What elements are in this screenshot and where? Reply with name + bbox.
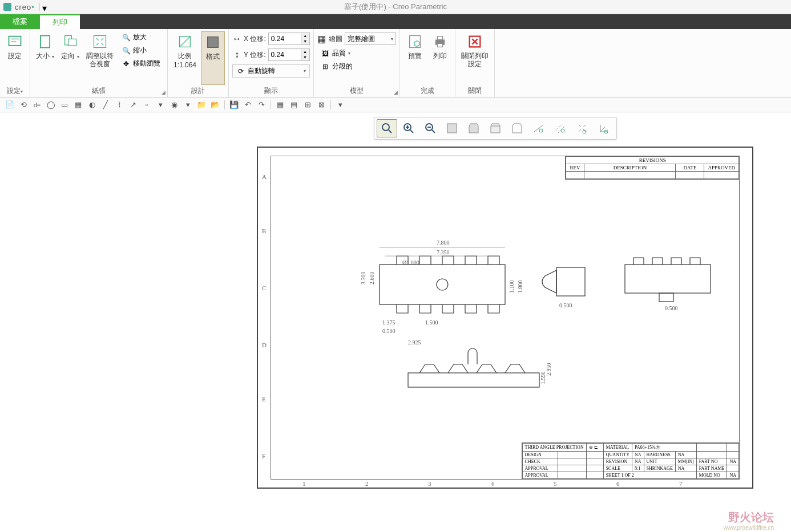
zoom-window-button[interactable]: [377, 119, 397, 137]
x-offset-spinner[interactable]: ▲▼: [268, 33, 310, 45]
tab-corner-icon[interactable]: ▾: [39, 3, 47, 11]
qt-d[interactable]: d=: [31, 99, 43, 111]
zoom-in-tool[interactable]: [398, 119, 419, 137]
zoom-out-tool[interactable]: [420, 119, 441, 137]
rotate-icon: ⟳: [236, 67, 245, 76]
format-button[interactable]: 格式: [201, 31, 225, 85]
x-up[interactable]: ▲: [301, 33, 309, 39]
segment-icon: ⊞: [321, 62, 330, 71]
qt-open[interactable]: 📂: [209, 99, 221, 111]
qt-more2[interactable]: ▾: [181, 99, 194, 111]
fit-window-button[interactable]: 調整以符 合視窗: [84, 31, 116, 85]
printer-icon: [431, 33, 449, 51]
zone-a: A: [262, 173, 267, 180]
qt-circle2[interactable]: ◉: [168, 99, 180, 111]
scale-icon: [176, 33, 194, 51]
fit-icon: [91, 33, 109, 51]
zoom-out-icon: 🔍: [122, 46, 131, 55]
qt-line[interactable]: ╱: [99, 99, 112, 111]
qt-erase[interactable]: ◐: [86, 99, 98, 111]
shade2[interactable]: [463, 119, 484, 137]
zone-b: B: [262, 228, 266, 234]
svg-text:Ø1.000: Ø1.000: [402, 259, 419, 266]
qt-new[interactable]: 📄: [3, 99, 16, 111]
drawing-canvas[interactable]: A B C D E F 1 2 3 4 5 6 7 REVISIONS REV.…: [0, 112, 791, 532]
zone-4: 4: [491, 480, 494, 487]
svg-point-22: [437, 279, 448, 290]
y-offset-spinner[interactable]: ▲▼: [268, 48, 310, 61]
qt-circle1[interactable]: ◯: [45, 99, 57, 111]
zone-d: D: [262, 342, 267, 348]
qt-folder[interactable]: 📁: [195, 99, 208, 111]
view-axis[interactable]: [550, 119, 571, 137]
ribbon-panel: 設定 設定▾ 大小 ▾ 定向 ▾ 調整以符 合視窗 🔍放大 🔍縮小 ✥移動瀏覽: [0, 29, 791, 98]
settings-icon: [6, 33, 24, 51]
model-dialog-launcher[interactable]: ◢: [394, 90, 398, 95]
view-toolbar: [374, 117, 617, 140]
qt-drop[interactable]: ▾: [334, 99, 346, 111]
qt-redo[interactable]: ↷: [255, 99, 268, 111]
format-icon: [204, 33, 222, 51]
print-button[interactable]: 列印: [429, 31, 451, 85]
revision-block: REVISIONS REV.DESCRIPTIONDATEAPPROVED: [565, 156, 739, 180]
preview-button[interactable]: 預覽: [403, 31, 426, 85]
watermark-url: www.proewildfire.cn: [724, 525, 774, 531]
view-csys[interactable]: [594, 119, 614, 137]
y-down[interactable]: ▼: [301, 55, 309, 60]
pan-button[interactable]: ✥移動瀏覽: [118, 58, 164, 70]
group-model: ▦ 繪圖 完整繪圖▾ 🖼品質 ▾ ⊞分段的 模型 ◢: [314, 29, 400, 97]
svg-rect-11: [437, 44, 442, 47]
zoom-out-button[interactable]: 🔍縮小: [118, 44, 164, 56]
zone-5: 5: [554, 480, 557, 487]
shade4[interactable]: [507, 119, 527, 137]
y-offset-input[interactable]: [269, 51, 301, 59]
view-plane[interactable]: [528, 119, 549, 137]
shade3[interactable]: [485, 119, 506, 137]
zoom-in-icon: 🔍: [122, 33, 131, 42]
shade1[interactable]: [442, 119, 462, 137]
draw-combo[interactable]: 完整繪圖▾: [345, 33, 396, 45]
close-print-button[interactable]: 關閉列印 設定: [459, 31, 491, 85]
paper-dialog-launcher[interactable]: ◢: [162, 90, 166, 95]
svg-rect-21: [380, 265, 505, 304]
qt-win[interactable]: ⊞: [301, 99, 314, 111]
auto-rotate-button[interactable]: ⟳自動旋轉▾: [232, 64, 310, 78]
qt-grid2[interactable]: ▤: [288, 99, 300, 111]
orientation-button[interactable]: 定向 ▾: [59, 31, 82, 85]
quality-button[interactable]: 🖼品質 ▾: [317, 47, 396, 59]
svg-text:7.800: 7.800: [437, 239, 450, 246]
qt-grid1[interactable]: ▦: [274, 99, 286, 111]
tab-print[interactable]: 列印: [40, 14, 80, 29]
svg-rect-4: [94, 36, 106, 48]
x-down[interactable]: ▼: [301, 39, 309, 44]
qt-undo[interactable]: ↶: [241, 99, 254, 111]
group-close: 關閉列印 設定 關閉: [455, 29, 495, 97]
svg-text:0.500: 0.500: [665, 305, 678, 311]
x-offset-input[interactable]: [269, 35, 301, 43]
qt-close[interactable]: ⊠: [315, 99, 328, 111]
group-settings: 設定 設定▾: [0, 29, 30, 97]
qt-rect[interactable]: ▭: [58, 99, 71, 111]
qt-regen[interactable]: ⟲: [17, 99, 30, 111]
svg-rect-10: [437, 36, 442, 40]
zone-6: 6: [616, 480, 620, 487]
qt-save[interactable]: 💾: [228, 99, 240, 111]
quick-toolbar: 📄 ⟲ d= ◯ ▭ ▦ ◐ ╱ ⌇ ↗ ▫ ▾ ◉ ▾ 📁 📂 💾 ↶ ↷ ▦…: [0, 98, 791, 112]
qt-arrow[interactable]: ↗: [127, 99, 139, 111]
qt-curve[interactable]: ⌇: [113, 99, 126, 111]
size-button[interactable]: 大小 ▾: [34, 31, 56, 85]
svg-text:0.500: 0.500: [559, 302, 572, 308]
pan-icon: ✥: [122, 59, 131, 68]
settings-dropdown[interactable]: 設定: [7, 87, 21, 95]
segment-button[interactable]: ⊞分段的: [317, 60, 396, 72]
y-up[interactable]: ▲: [301, 49, 309, 55]
tab-file[interactable]: 檔案: [0, 14, 40, 29]
zoom-in-button[interactable]: 🔍放大: [118, 31, 164, 43]
view-point[interactable]: [572, 119, 592, 137]
qt-cube[interactable]: ▦: [72, 99, 84, 111]
zone-e: E: [262, 396, 266, 403]
scale-button[interactable]: 比例 1:1.064: [171, 31, 199, 85]
qt-more1[interactable]: ▾: [154, 99, 167, 111]
settings-button[interactable]: 設定: [3, 31, 26, 85]
qt-box[interactable]: ▫: [140, 99, 153, 111]
